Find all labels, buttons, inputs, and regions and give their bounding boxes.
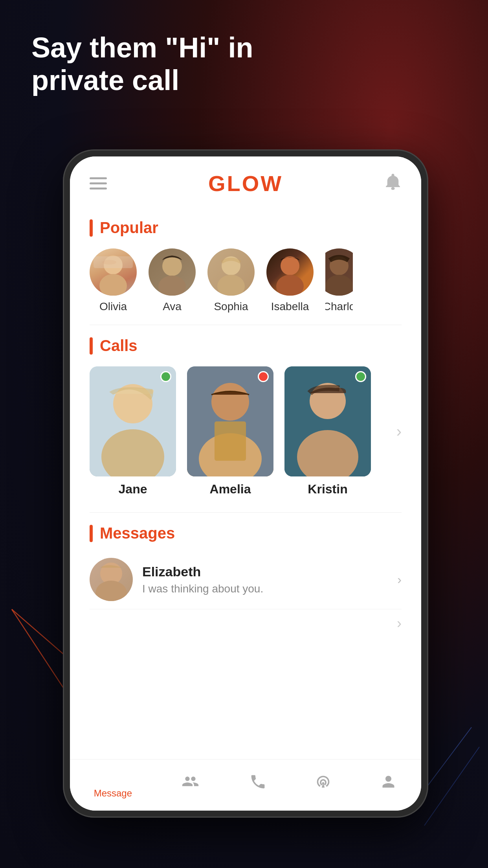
avatar-isabella [266, 248, 314, 296]
popular-user-ava[interactable]: Ava [149, 248, 196, 313]
popular-scroll: Olivia Ava [70, 245, 421, 325]
calls-arrow-right[interactable]: › [396, 423, 402, 440]
status-dot-kristin [355, 371, 366, 382]
call-card-jane [90, 366, 176, 476]
app-logo: GLOW [208, 171, 283, 196]
svg-point-29 [95, 581, 127, 601]
svg-point-22 [211, 383, 249, 421]
messages-section-title: Messages [100, 524, 175, 542]
message-row-elizabeth[interactable]: Elizabeth I was thinking about you. › [90, 550, 402, 609]
calls-scroll: Jane [90, 362, 371, 500]
person-icon [380, 773, 397, 791]
svg-point-11 [158, 276, 186, 296]
nav-message-label: Message [94, 788, 132, 799]
svg-point-13 [217, 275, 245, 296]
call-name-amelia: Amelia [210, 482, 251, 497]
popular-user-isabella[interactable]: Isabella [266, 248, 314, 313]
group-icon [180, 773, 201, 791]
avatar-ava [149, 248, 196, 296]
svg-point-5 [391, 187, 395, 189]
status-dot-jane [160, 371, 171, 382]
nav-item-profile[interactable] [380, 773, 397, 794]
phone-icon [249, 773, 267, 791]
call-user-jane[interactable]: Jane [90, 366, 176, 497]
message-arrow-elizabeth: › [397, 572, 402, 587]
nav-item-message[interactable]: Message [94, 767, 132, 799]
svg-point-7 [99, 274, 127, 296]
svg-rect-9 [94, 256, 133, 268]
svg-point-10 [162, 256, 182, 276]
popular-name-sophia: Sophia [214, 300, 248, 313]
app-content: Popular Olivia [70, 207, 421, 759]
phone-mockup: GLOW Popular [63, 149, 428, 818]
hamburger-menu[interactable] [90, 177, 107, 189]
avatar-sophia [207, 248, 255, 296]
popular-name-ava: Ava [163, 300, 182, 313]
popular-section-title: Popular [100, 219, 158, 237]
popular-user-charlotte[interactable]: Charlo [325, 248, 353, 313]
popular-name-olivia: Olivia [99, 300, 127, 313]
message-preview-elizabeth: I was thinking about you. [142, 583, 388, 595]
podcast-icon [314, 773, 332, 791]
calls-section-title: Calls [100, 337, 138, 355]
headline-line2: private call [31, 64, 253, 97]
phone-screen: GLOW Popular [70, 156, 421, 811]
message-icon [105, 767, 121, 783]
call-user-amelia[interactable]: Amelia [187, 366, 273, 497]
popular-section-header: Popular [70, 207, 421, 245]
calls-section-header: Calls [70, 325, 421, 362]
bottom-nav: Message [70, 759, 421, 811]
hamburger-line1 [90, 177, 107, 179]
avatar-elizabeth [90, 558, 133, 601]
call-name-kristin: Kristin [308, 482, 347, 497]
svg-point-14 [281, 256, 299, 275]
popular-name-isabella: Isabella [271, 300, 309, 313]
popular-name-charlotte: Charlo [325, 300, 353, 313]
notification-bell-icon[interactable] [384, 174, 402, 193]
messages-expand-arrow[interactable]: › [397, 615, 402, 632]
headline: Say them "Hi" in private call [31, 31, 253, 97]
call-name-jane: Jane [119, 482, 147, 497]
message-content-elizabeth: Elizabeth I was thinking about you. [142, 564, 388, 595]
headline-line1: Say them "Hi" in [31, 31, 253, 64]
call-card-kristin [284, 366, 371, 476]
app-header: GLOW [70, 156, 421, 207]
avatar-charlotte [325, 248, 353, 296]
popular-user-sophia[interactable]: Sophia [207, 248, 255, 313]
popular-user-olivia[interactable]: Olivia [90, 248, 137, 313]
status-dot-amelia [258, 371, 269, 382]
svg-point-15 [276, 275, 304, 296]
popular-section-bar [90, 219, 93, 237]
nav-message-icon-bg [105, 767, 121, 785]
nav-item-phone[interactable] [249, 773, 267, 794]
hamburger-line2 [90, 182, 107, 184]
messages-list: Elizabeth I was thinking about you. › › [70, 550, 421, 638]
calls-section-bar [90, 337, 93, 355]
messages-section-header: Messages [70, 513, 421, 550]
nav-item-group[interactable] [180, 773, 201, 794]
messages-section-bar [90, 525, 93, 542]
call-card-amelia [187, 366, 273, 476]
call-user-kristin[interactable]: Kristin [284, 366, 371, 497]
svg-point-17 [325, 275, 353, 296]
hamburger-line3 [90, 188, 107, 189]
avatar-olivia [90, 248, 137, 296]
nav-item-podcast[interactable] [314, 773, 332, 794]
svg-rect-24 [215, 421, 246, 461]
message-name-elizabeth: Elizabeth [142, 564, 388, 579]
